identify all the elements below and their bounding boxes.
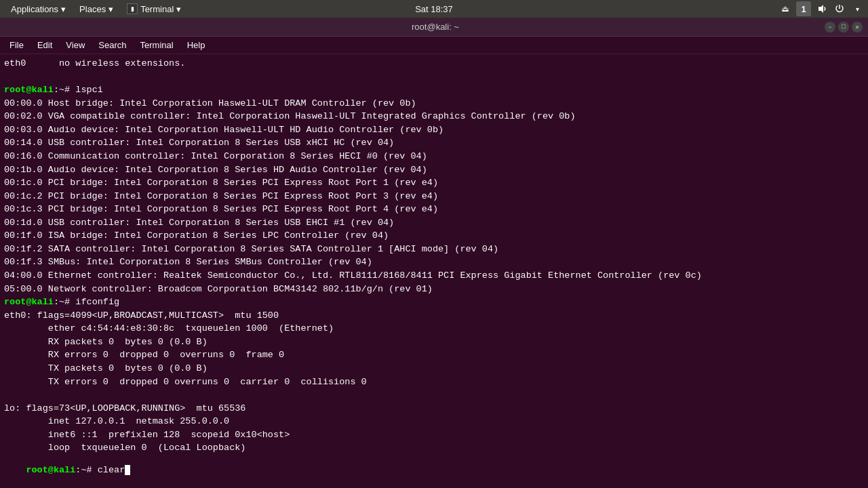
ifconfig-eth0-tx-errors: TX errors 0 dropped 0 overruns 0 carrier… <box>4 375 864 389</box>
prompt-line-ifconfig: root@kali:~# ifconfig <box>4 296 864 309</box>
lspci-line-11: 00:1f.0 ISA bridge: Intel Corporation 8 … <box>4 229 864 243</box>
terminal-window-controls: － □ ✕ <box>825 22 863 33</box>
places-arrow: ▾ <box>108 4 113 14</box>
ifconfig-eth0-tx-packets: TX packets 0 bytes 0 (0.0 B) <box>4 362 864 375</box>
applications-menu[interactable]: Applications ▾ <box>4 3 73 16</box>
lspci-line-10: 00:1d.0 USB controller: Intel Corporatio… <box>4 216 864 230</box>
prompt-user-lspci: root@kali <box>4 85 54 95</box>
ifconfig-lo-inet6: inet6 ::1 prefixlen 128 scopeid 0x10<hos… <box>4 428 864 442</box>
output-line-eth0-wireless: eth0 no wireless extensions. <box>4 57 864 70</box>
prompt-line-lspci: root@kali:~# lspci <box>4 83 864 97</box>
lspci-line-15: 05:00.0 Network controller: Broadcom Cor… <box>4 283 864 296</box>
system-bar: Applications ▾ Places ▾ ▮ Terminal ▾ Sat… <box>0 0 868 18</box>
prompt-user-clear: root@kali <box>26 465 75 475</box>
terminal-menu[interactable]: ▮ Terminal ▾ <box>120 2 188 16</box>
lspci-line-8: 00:1c.2 PCI bridge: Intel Corporation 8 … <box>4 190 864 203</box>
menu-help[interactable]: Help <box>180 39 212 52</box>
settings-arrow-icon[interactable]: ▾ <box>850 2 864 16</box>
places-menu[interactable]: Places ▾ <box>73 3 120 16</box>
svg-rect-0 <box>782 10 789 12</box>
menu-view[interactable]: View <box>59 39 92 52</box>
close-button[interactable]: ✕ <box>852 22 863 33</box>
prompt-user-ifconfig: root@kali <box>4 297 54 307</box>
lspci-line-7: 00:1c.0 PCI bridge: Intel Corporation 8 … <box>4 176 864 190</box>
cursor <box>125 465 130 475</box>
menu-edit[interactable]: Edit <box>31 39 59 52</box>
lspci-line-3: 00:03.0 Audio device: Intel Corporation … <box>4 123 864 137</box>
ifconfig-lo-loop: loop txqueuelen 0 (Local Loopback) <box>4 441 864 453</box>
lspci-line-4: 00:14.0 USB controller: Intel Corporatio… <box>4 136 864 150</box>
terminal-arrow: ▾ <box>176 4 181 14</box>
menu-terminal[interactable]: Terminal <box>134 39 180 52</box>
places-label: Places <box>79 4 106 14</box>
ifconfig-eth0-rx-packets: RX packets 0 bytes 0 (0.0 B) <box>4 336 864 349</box>
terminal-title: root@kali: ~ <box>46 22 825 32</box>
lspci-line-12: 00:1f.2 SATA controller: Intel Corporati… <box>4 243 864 256</box>
applications-arrow: ▾ <box>61 4 66 14</box>
network-icon[interactable] <box>778 2 792 16</box>
terminal-window: root@kali: ~ － □ ✕ File Edit View Search… <box>0 18 868 488</box>
ifconfig-eth0-rx-errors: RX errors 0 dropped 0 overruns 0 frame 0 <box>4 348 864 362</box>
maximize-button[interactable]: □ <box>838 22 849 33</box>
lspci-line-5: 00:16.0 Communication controller: Intel … <box>4 150 864 163</box>
minimize-button[interactable]: － <box>825 22 835 33</box>
terminal-titlebar: root@kali: ~ － □ ✕ <box>0 18 868 37</box>
system-datetime: Sat 18:37 <box>415 4 453 14</box>
lspci-line-2: 00:02.0 VGA compatible controller: Intel… <box>4 110 864 123</box>
blank-line-2 <box>4 388 864 402</box>
lspci-line-1: 00:00.0 Host bridge: Intel Corporation H… <box>4 97 864 110</box>
terminal-bottom-prompt[interactable]: root@kali:~# clear <box>0 453 868 488</box>
terminal-menubar: File Edit View Search Terminal Help <box>0 37 868 54</box>
applications-label: Applications <box>11 4 58 14</box>
menu-search[interactable]: Search <box>92 39 133 52</box>
terminal-label: Terminal <box>140 4 174 14</box>
ifconfig-eth0-flags: eth0: flags=4099<UP,BROADCAST,MULTICAST>… <box>4 309 864 323</box>
workspace-badge[interactable]: 1 <box>796 1 811 16</box>
terminal-content[interactable]: eth0 no wireless extensions. root@kali:~… <box>0 54 868 453</box>
system-bar-left: Applications ▾ Places ▾ ▮ Terminal ▾ <box>4 2 188 16</box>
lspci-line-13: 00:1f.3 SMBus: Intel Corporation 8 Serie… <box>4 256 864 269</box>
svg-marker-1 <box>818 5 823 13</box>
system-bar-right: 1 ▾ <box>778 1 864 16</box>
ifconfig-eth0-ether: ether c4:54:44:e8:30:8c txqueuelen 1000 … <box>4 322 864 336</box>
power-icon[interactable] <box>833 2 846 16</box>
blank-line-1 <box>4 70 864 84</box>
prompt-separator: :~# <box>75 465 97 475</box>
lspci-line-9: 00:1c.3 PCI bridge: Intel Corporation 8 … <box>4 203 864 216</box>
volume-icon[interactable] <box>815 2 829 16</box>
ifconfig-lo-flags: lo: flags=73<UP,LOOPBACK,RUNNING> mtu 65… <box>4 402 864 415</box>
lspci-line-6: 00:1b.0 Audio device: Intel Corporation … <box>4 163 864 177</box>
menu-file[interactable]: File <box>3 39 31 52</box>
ifconfig-lo-inet: inet 127.0.0.1 netmask 255.0.0.0 <box>4 415 864 428</box>
lspci-line-14: 04:00.0 Ethernet controller: Realtek Sem… <box>4 269 864 283</box>
prompt-cmd-clear: clear <box>98 465 125 475</box>
terminal-icon: ▮ <box>127 3 138 14</box>
